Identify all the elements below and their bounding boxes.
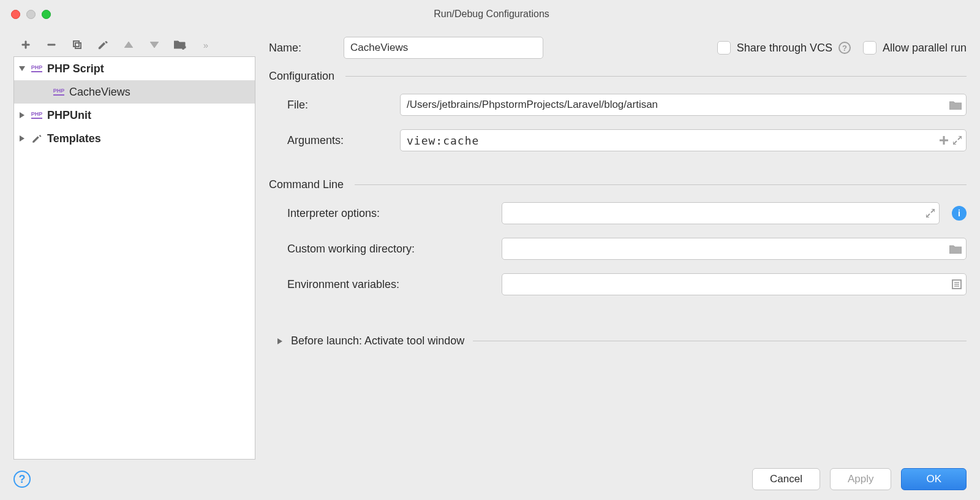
- info-icon[interactable]: i: [952, 206, 967, 221]
- chevron-right-icon: [18, 135, 26, 142]
- tree-node-phpunit[interactable]: PHP PHPUnit: [14, 104, 255, 127]
- maximize-window-button[interactable]: [42, 10, 51, 19]
- folder-add-icon[interactable]: [174, 39, 186, 51]
- cancel-button[interactable]: Cancel: [752, 468, 820, 490]
- ok-button[interactable]: OK: [901, 468, 967, 490]
- before-launch-section[interactable]: Before launch: Activate tool window: [269, 335, 967, 347]
- move-down-icon[interactable]: [148, 39, 160, 51]
- minimize-window-button[interactable]: [26, 10, 36, 19]
- file-label: File:: [287, 99, 388, 112]
- cwd-input[interactable]: [502, 238, 967, 260]
- move-up-icon[interactable]: [123, 39, 135, 51]
- plus-icon[interactable]: [940, 136, 948, 145]
- before-launch-label: Before launch: Activate tool window: [291, 335, 464, 347]
- chevron-right-icon: [18, 112, 26, 118]
- browse-icon[interactable]: [949, 100, 962, 110]
- name-label: Name:: [269, 42, 331, 55]
- help-button[interactable]: ?: [13, 471, 31, 488]
- svg-rect-0: [74, 41, 79, 47]
- list-icon[interactable]: [952, 279, 962, 289]
- help-icon[interactable]: ?: [839, 42, 851, 54]
- cwd-label: Custom working directory:: [287, 243, 489, 256]
- remove-icon[interactable]: [45, 39, 58, 51]
- allow-parallel-label: Allow parallel run: [883, 42, 967, 55]
- allow-parallel-checkbox[interactable]: [863, 41, 876, 55]
- svg-rect-3: [181, 47, 186, 48]
- close-window-button[interactable]: [11, 10, 20, 19]
- window-title: Run/Debug Configurations: [51, 9, 932, 20]
- interpreter-options-label: Interpreter options:: [287, 207, 489, 220]
- browse-icon[interactable]: [949, 244, 962, 254]
- tree-node-label: PHPUnit: [47, 109, 91, 122]
- apply-button[interactable]: Apply: [830, 468, 892, 490]
- tree-node-templates[interactable]: Templates: [14, 127, 255, 150]
- name-input[interactable]: [344, 37, 543, 59]
- arguments-label: Arguments:: [287, 134, 388, 147]
- file-input[interactable]: [400, 94, 967, 116]
- tree-node-label: PHP Script: [47, 63, 104, 75]
- svg-rect-1: [75, 43, 81, 48]
- section-command-line: Command Line: [269, 178, 967, 191]
- php-file-icon: PHP: [52, 88, 66, 96]
- tree-node-cacheviews[interactable]: PHP CacheViews: [14, 80, 255, 104]
- arguments-input[interactable]: [400, 129, 967, 151]
- php-file-icon: PHP: [30, 65, 43, 72]
- share-vcs-label: Share through VCS: [737, 42, 832, 55]
- overflow-icon[interactable]: »: [200, 39, 212, 51]
- share-vcs-checkbox[interactable]: [717, 41, 731, 55]
- tree-node-label: Templates: [47, 132, 101, 145]
- edit-icon[interactable]: [97, 39, 109, 51]
- expand-icon[interactable]: [953, 136, 962, 145]
- php-file-icon: PHP: [30, 112, 43, 119]
- copy-icon[interactable]: [71, 39, 83, 51]
- config-tree[interactable]: PHP PHP Script PHP CacheViews PHP PHPUni…: [13, 56, 255, 460]
- env-input[interactable]: [502, 273, 967, 295]
- expand-icon[interactable]: [926, 209, 935, 218]
- wrench-icon: [30, 133, 43, 144]
- section-configuration: Configuration: [269, 70, 967, 83]
- tree-toolbar: »: [13, 36, 255, 56]
- title-bar: Run/Debug Configurations: [0, 0, 980, 28]
- traffic-lights: [11, 10, 51, 19]
- tree-node-php-script[interactable]: PHP PHP Script: [14, 57, 255, 80]
- chevron-down-icon: [18, 66, 26, 71]
- env-label: Environment variables:: [287, 278, 489, 291]
- chevron-right-icon: [277, 338, 282, 344]
- tree-node-label: CacheViews: [69, 86, 130, 99]
- add-icon[interactable]: [20, 39, 32, 51]
- interpreter-options-input[interactable]: [502, 202, 940, 224]
